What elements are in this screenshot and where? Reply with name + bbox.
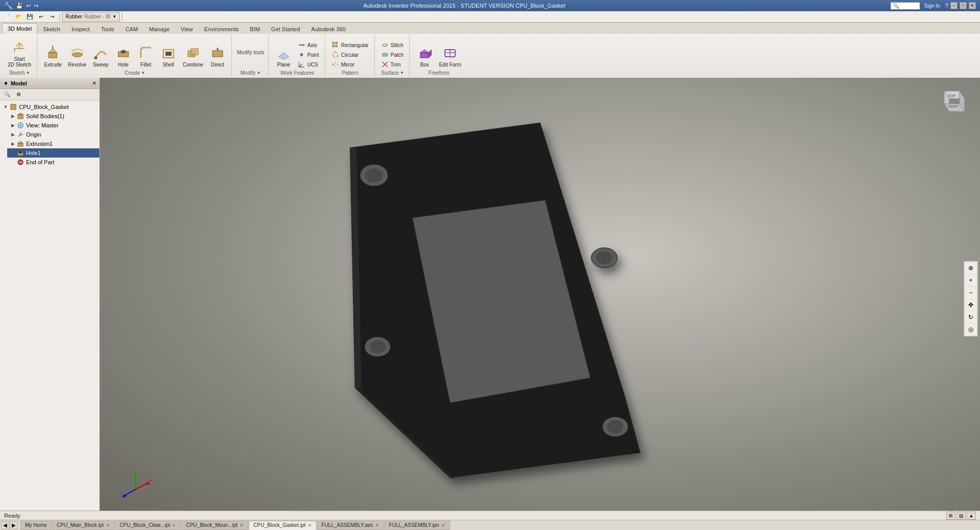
undo-button[interactable]: ↩: [36, 12, 46, 21]
create-group-arrow[interactable]: ▼: [141, 71, 145, 75]
tab-inspect[interactable]: Inspect: [66, 24, 95, 34]
tree-item-solid-bodies[interactable]: ▶ Solid Bodies(1): [7, 112, 99, 121]
direct-button[interactable]: Direct: [207, 37, 228, 69]
tab-view[interactable]: View: [175, 24, 199, 34]
pan-button[interactable]: ✥: [965, 299, 976, 311]
tab-manage[interactable]: Manage: [143, 24, 175, 34]
axis-button[interactable]: Axis: [295, 40, 322, 50]
combine-button[interactable]: Combine: [180, 37, 206, 69]
tab-cpu-block-gasket[interactable]: CPU_Block_Gasket.ipt ✕: [249, 521, 316, 530]
open-button[interactable]: 📂: [13, 12, 24, 21]
hole1-expand-icon[interactable]: ▶: [9, 149, 16, 157]
fillet-button[interactable]: Fillet: [135, 37, 157, 69]
modify-group-arrow[interactable]: ▼: [257, 71, 261, 75]
redo-button[interactable]: ↪: [47, 12, 57, 21]
circular-button[interactable]: Circular: [329, 50, 371, 59]
view-expand-icon[interactable]: ▶: [9, 122, 16, 129]
zoom-in-button[interactable]: +: [965, 275, 976, 286]
maximize-button[interactable]: □: [960, 2, 967, 9]
tab-autodesk360[interactable]: Autodesk 360: [306, 24, 351, 34]
tab-cam[interactable]: CAM: [120, 24, 143, 34]
quick-redo-icon[interactable]: ↪: [34, 3, 38, 9]
cpu-block-clear-close[interactable]: ✕: [172, 523, 176, 528]
end-of-part-label: End of Part: [26, 159, 54, 165]
edit-form-button[interactable]: Edit Form: [436, 37, 463, 69]
model-dropdown-icon[interactable]: ▼: [3, 80, 9, 86]
cpu-main-block-close[interactable]: ✕: [106, 523, 110, 528]
surface-group-arrow[interactable]: ▼: [400, 71, 404, 75]
tree-item-extrusion1[interactable]: ▶ Extrusion1: [7, 139, 99, 148]
zoom-extent-button[interactable]: ⊕: [965, 262, 976, 274]
tree-item-origin[interactable]: ▶ Origin: [7, 130, 99, 139]
panel-close-button[interactable]: ✕: [92, 80, 96, 86]
full-assembly-iam-close[interactable]: ✕: [375, 523, 379, 528]
svg-line-24: [299, 64, 302, 67]
new-button[interactable]: 📄: [2, 12, 12, 21]
look-at-button[interactable]: ◎: [965, 324, 976, 335]
tree-item-view-master[interactable]: ▶ View: Master: [7, 121, 99, 130]
tree-item-root[interactable]: ▼ CPU_Block_Gasket: [0, 102, 99, 112]
close-button[interactable]: ✕: [969, 2, 976, 9]
tab-my-home[interactable]: My Home: [20, 521, 52, 530]
view-cube[interactable]: TOP FRONT: [934, 86, 970, 122]
quick-undo-icon[interactable]: ↩: [26, 3, 31, 9]
full-assembly-ipn-close[interactable]: ✕: [441, 523, 445, 528]
origin-expand-icon[interactable]: ▶: [9, 131, 16, 138]
shell-button[interactable]: Shell: [158, 37, 179, 69]
ribbon-group-modify: Modify tools Modify ▼: [233, 35, 269, 77]
hole-button[interactable]: Hole: [113, 37, 134, 69]
trim-button[interactable]: Trim: [379, 60, 407, 69]
solid-bodies-label: Solid Bodies(1): [26, 113, 65, 119]
tab-cpu-main-block[interactable]: CPU_Main_Block.ipt ✕: [52, 521, 115, 530]
orbit-button[interactable]: ↻: [965, 312, 976, 323]
material-dropdown-icon[interactable]: ▼: [112, 14, 116, 19]
sign-in-button[interactable]: Sign In: [924, 3, 940, 9]
box-button[interactable]: Box: [414, 37, 435, 69]
sweep-button[interactable]: Sweep: [90, 37, 112, 69]
status-icon-1[interactable]: ⊞: [946, 512, 955, 520]
ucs-button[interactable]: UCS: [295, 60, 322, 69]
stitch-button[interactable]: Stitch: [379, 40, 407, 50]
zoom-out-button[interactable]: −: [965, 287, 976, 298]
status-icon-2[interactable]: ▤: [956, 512, 966, 520]
tab-full-assembly-iam[interactable]: FULL_ASSEMBLY.iam ✕: [317, 521, 384, 530]
tab-cpu-block-moun[interactable]: CPU_Block_Moun...ipt ✕: [181, 521, 248, 530]
point-button[interactable]: Point: [295, 50, 322, 59]
tab-tools[interactable]: Tools: [95, 24, 120, 34]
material-selector[interactable]: Rubber Rubber - Bl ▼: [62, 12, 120, 21]
tab-full-assembly-ipn[interactable]: FULL_ASSEMBLY.ipn ✕: [385, 521, 450, 530]
minimize-button[interactable]: −: [950, 2, 957, 9]
viewport[interactable]: TOP FRONT ⊕ + − ✥ ↻ ◎ X Y Z: [100, 78, 980, 520]
solid-expand-icon[interactable]: ▶: [9, 113, 16, 120]
help-icon[interactable]: ?: [945, 3, 948, 9]
patch-button[interactable]: Patch: [379, 50, 407, 59]
cpu-block-gasket-close[interactable]: ✕: [308, 523, 312, 528]
tree-item-hole1[interactable]: ▶ Hole1: [7, 148, 99, 158]
rectangular-button[interactable]: Rectangular: [329, 40, 371, 50]
revolve-button[interactable]: Revolve: [66, 37, 89, 69]
mirror-button[interactable]: Mirror: [329, 60, 371, 69]
sketch-group-arrow[interactable]: ▼: [26, 71, 30, 75]
tab-getstarted[interactable]: Get Started: [266, 24, 306, 34]
plane-button[interactable]: Plane: [273, 37, 294, 69]
ribbon-group-freeform: Box Edit Form Freeform: [411, 35, 466, 77]
panel-settings-button[interactable]: ⚙: [13, 90, 24, 99]
status-icon-3[interactable]: ▲: [967, 512, 976, 520]
quick-save-icon[interactable]: 💾: [16, 3, 23, 9]
extrusion-expand-icon[interactable]: ▶: [9, 140, 16, 147]
tab-sketch[interactable]: Sketch: [37, 24, 66, 34]
tab-environments[interactable]: Environments: [199, 24, 244, 34]
expand-icon[interactable]: ▼: [2, 103, 9, 111]
panel-filter-button[interactable]: 🔍: [2, 90, 12, 99]
tab-3dmodel[interactable]: 3D Model: [2, 24, 37, 34]
extrude-button[interactable]: Extrude: [41, 37, 64, 69]
tab-cpu-block-clear[interactable]: CPU_Block_Clear...ipt ✕: [115, 521, 181, 530]
save-button[interactable]: 💾: [25, 12, 35, 21]
start-2d-sketch-button[interactable]: Start2D Sketch: [5, 37, 34, 69]
tree-item-end-of-part[interactable]: End of Part: [7, 158, 99, 167]
tab-bim[interactable]: BIM: [244, 24, 266, 34]
tab-next-button[interactable]: ▶: [10, 521, 18, 529]
tab-prev-button[interactable]: ◀: [1, 521, 9, 529]
cpu-block-moun-close[interactable]: ✕: [240, 523, 244, 528]
search-box[interactable]: 🔍: [890, 2, 920, 10]
